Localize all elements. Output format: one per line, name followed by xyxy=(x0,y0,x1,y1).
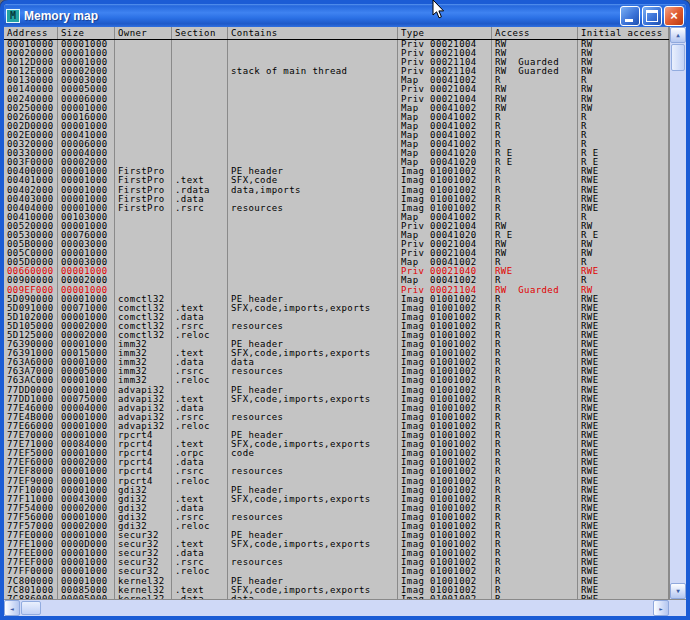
cell-type: Imag 01001002 xyxy=(398,395,492,404)
horizontal-scrollbar[interactable]: ◄ ► xyxy=(4,599,669,616)
column-header-type[interactable]: Type xyxy=(398,27,492,39)
table-row[interactable]: 0013000000003000Map 00041002RR xyxy=(4,76,669,85)
table-row[interactable]: 003F000000002000Map 00041020R ER E xyxy=(4,158,669,167)
table-row[interactable]: 77E6600000001000advapi32.relocImag 01001… xyxy=(4,422,669,431)
column-header-contains[interactable]: Contains xyxy=(228,27,398,39)
scroll-down-button[interactable]: ▼ xyxy=(670,583,686,599)
table-row[interactable]: 0040400000001000FirstPro.rsrcresourcesIm… xyxy=(4,204,669,213)
table-row[interactable]: 7639000000001000imm32PE headerImag 01001… xyxy=(4,340,669,349)
cell-type: Imag 01001002 xyxy=(398,549,492,558)
table-row[interactable]: 002E000000041000Map 00041002RR xyxy=(4,131,669,140)
minimize-button[interactable] xyxy=(620,6,640,26)
table-row[interactable]: 0012D00000001000Priv 00021104RW GuardedR… xyxy=(4,58,669,67)
table-row[interactable]: 77FF000000001000secur32.relocImag 010010… xyxy=(4,567,669,576)
cell-access: R xyxy=(492,195,578,204)
cell-access: R xyxy=(492,113,578,122)
table-row[interactable]: 5D12500000002000comctl32.relocImag 01001… xyxy=(4,331,669,340)
table-row[interactable]: 77F5400000002000gdi32.dataImag 01001002R… xyxy=(4,504,669,513)
table-row[interactable]: 763A700000005000imm32.rsrcresourcesImag … xyxy=(4,367,669,376)
column-header-size[interactable]: Size xyxy=(58,27,115,39)
vertical-scrollbar[interactable]: ▲ ▼ xyxy=(669,27,686,599)
cell-access: R xyxy=(492,76,578,85)
table-row[interactable]: 77E7100000084000rpcrt4.textSFX,code,impo… xyxy=(4,440,669,449)
table-row[interactable]: 0002000000001000Priv 00021004RWRW xyxy=(4,49,669,58)
table-row[interactable]: 002D000000001000Map 00041002RR xyxy=(4,122,669,131)
table-row[interactable]: 77F5600000001000gdi32.rsrcresourcesImag … xyxy=(4,513,669,522)
horizontal-scrollbar-track[interactable] xyxy=(41,600,653,616)
table-row[interactable]: 77EF900000001000rpcrt4.relocImag 0100100… xyxy=(4,477,669,486)
table-row[interactable]: 77EF600000002000rpcrt4.dataImag 01001002… xyxy=(4,458,669,467)
table-row[interactable]: 7C80000000001000kernel32PE headerImag 01… xyxy=(4,577,669,586)
cell-access: R xyxy=(492,358,578,367)
table-row[interactable]: 0024000000006000Priv 00021004RWRW xyxy=(4,95,669,104)
vertical-scrollbar-thumb[interactable] xyxy=(671,44,685,71)
table-row[interactable]: 0040000000001000FirstProPE headerImag 01… xyxy=(4,167,669,176)
table-row[interactable]: 0032000000006000Map 00041002RR xyxy=(4,140,669,149)
table-row[interactable]: 77EF800000001000rpcrt4.rsrcresourcesImag… xyxy=(4,467,669,476)
window-icon[interactable]: M xyxy=(6,9,20,23)
table-row[interactable]: 0040300000001000FirstPro.dataImag 010010… xyxy=(4,195,669,204)
table-row[interactable]: 005C000000001000Priv 00021004RWRW xyxy=(4,249,669,258)
table-row[interactable]: 77DD000000001000advapi32PE headerImag 01… xyxy=(4,386,669,395)
column-header-access[interactable]: Access xyxy=(492,27,578,39)
cell-size: 00002000 xyxy=(58,458,115,467)
table-row[interactable]: 0025000000001000Map 00041002RWRW xyxy=(4,104,669,113)
table-row[interactable]: 77EF500000001000rpcrt4.orpccodeImag 0100… xyxy=(4,449,669,458)
cell-section: .rsrc xyxy=(172,413,228,422)
column-header-initial-access[interactable]: Initial access xyxy=(578,27,669,39)
table-row[interactable]: 009EF00000001000Priv 00021104RW GuardedR… xyxy=(4,286,669,295)
table-row[interactable]: 0026000000016000Map 00041002RR xyxy=(4,113,669,122)
table-row[interactable]: 77FE000000001000secur32PE headerImag 010… xyxy=(4,531,669,540)
table-row[interactable]: 5D09000000001000comctl32PE headerImag 01… xyxy=(4,295,669,304)
table-row[interactable]: 77F1000000001000gdi32PE headerImag 01001… xyxy=(4,486,669,495)
horizontal-scrollbar-thumb[interactable] xyxy=(21,601,41,615)
table-row[interactable]: 0012E00000002000stack of main threadPriv… xyxy=(4,67,669,76)
table-row[interactable]: 763AC00000001000imm32.relocImag 01001002… xyxy=(4,376,669,385)
cell-access: RW Guarded xyxy=(492,286,578,295)
table-row[interactable]: 5D10200000001000comctl32.dataImag 010010… xyxy=(4,313,669,322)
cell-size: 00001000 xyxy=(58,558,115,567)
table-row[interactable]: 77E4600000004000advapi32.dataImag 010010… xyxy=(4,404,669,413)
table-row[interactable]: 005B000000003000Priv 00021004RWRW xyxy=(4,240,669,249)
table-row[interactable]: 0033000000004000Map 00041020R ER E xyxy=(4,149,669,158)
close-button[interactable]: × xyxy=(664,6,684,26)
table-row[interactable]: 77E4B00000001000advapi32.rsrcresourcesIm… xyxy=(4,413,669,422)
column-header-address[interactable]: Address xyxy=(4,27,58,39)
table-row[interactable]: 77F1100000043000gdi32.textSFX,code,impor… xyxy=(4,495,669,504)
table-row[interactable]: 77E7000000001000rpcrt4PE headerImag 0100… xyxy=(4,431,669,440)
table-row[interactable]: 0001000000001000Priv 00021004RWRW xyxy=(4,40,669,49)
scroll-right-button[interactable]: ► xyxy=(653,600,669,616)
cell-access: R xyxy=(492,122,578,131)
table-row[interactable]: 7C80100000085000kernel32.textSFX,code,im… xyxy=(4,586,669,595)
table-row[interactable]: 0040100000001000FirstPro.textSFX,codeIma… xyxy=(4,176,669,185)
table-row[interactable]: 7639100000015000imm32.textSFX,code,impor… xyxy=(4,349,669,358)
table-row[interactable]: 77F5700000002000gdi32.relocImag 01001002… xyxy=(4,522,669,531)
table-row[interactable]: 0041000000103000Map 00041002RR xyxy=(4,213,669,222)
cell-access: R E xyxy=(492,231,578,240)
table-row[interactable]: 77DD100000075000advapi32.textSFX,code,im… xyxy=(4,395,669,404)
column-header-owner[interactable]: Owner xyxy=(115,27,172,39)
table-row[interactable]: 005D000000003000Map 00041002RR xyxy=(4,258,669,267)
table-row[interactable]: 0090000000002000Map 00041002RR xyxy=(4,276,669,285)
cell-type: Imag 01001002 xyxy=(398,467,492,476)
cell-section xyxy=(172,58,228,67)
table-row[interactable]: 5D10500000002000comctl32.rsrcresourcesIm… xyxy=(4,322,669,331)
table-row[interactable]: 77FE10000000D000secur32.textSFX,code,imp… xyxy=(4,540,669,549)
table-row[interactable]: 77FEF00000001000secur32.rsrcresourcesIma… xyxy=(4,558,669,567)
vertical-scrollbar-track[interactable] xyxy=(670,71,686,583)
title-bar[interactable]: M Memory map × xyxy=(4,4,686,27)
table-row[interactable]: 0053000000076000Map 00041020R ER E xyxy=(4,231,669,240)
table-row[interactable]: 0066000000001000Priv 00021040RWERWE xyxy=(4,267,669,276)
column-header-section[interactable]: Section xyxy=(172,27,228,39)
table-row[interactable]: 763A600000001000imm32.datadataImag 01001… xyxy=(4,358,669,367)
table-row[interactable]: 5D09100000071000comctl32.textSFX,code,im… xyxy=(4,304,669,313)
cell-initial-access: RWE xyxy=(578,413,669,422)
table-row[interactable]: 0040200000001000FirstPro.rdatadata,impor… xyxy=(4,186,669,195)
table-row[interactable]: 77FEE00000001000secur32.dataImag 0100100… xyxy=(4,549,669,558)
table-row[interactable]: 0052000000001000Priv 00021004RWRW xyxy=(4,222,669,231)
scroll-left-button[interactable]: ◄ xyxy=(4,600,20,616)
cell-access: R xyxy=(492,258,578,267)
table-row[interactable]: 0014000000005000Priv 00021004RWRW xyxy=(4,85,669,94)
maximize-button[interactable] xyxy=(642,6,662,26)
scroll-up-button[interactable]: ▲ xyxy=(670,27,686,43)
